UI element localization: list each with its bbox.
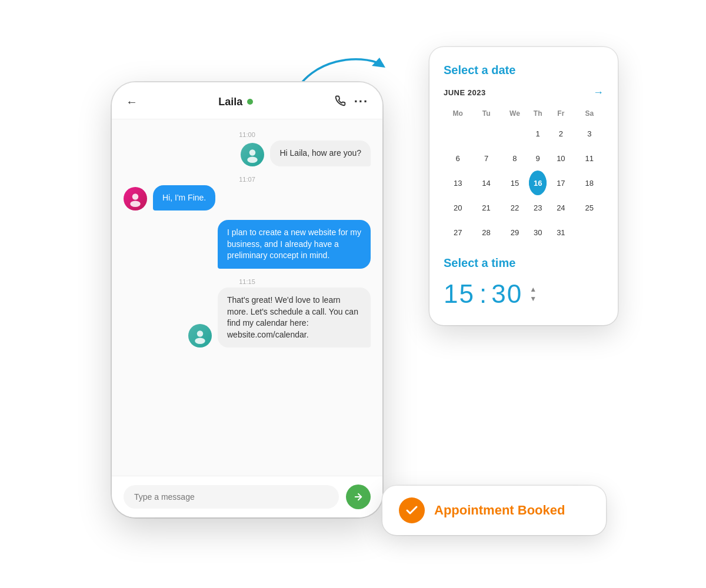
time-hours: 15: [444, 279, 475, 309]
chat-messages-area: 11:00 Hi Laila, how are you? 11:07: [112, 119, 382, 476]
appointment-booked-card: Appointment Booked: [382, 486, 606, 535]
user-avatar-2: [188, 324, 212, 348]
calendar-grid: Mo Tu We Th Fr Sa 1 2 3 6: [444, 106, 604, 245]
time-section: Select a time 15 : 30 ▲ ▼: [444, 256, 604, 309]
booked-icon: [399, 497, 425, 523]
cal-day-empty-last: [575, 220, 604, 245]
time-down-arrow[interactable]: ▼: [530, 295, 537, 302]
message-time-2: 11:07: [124, 176, 371, 183]
back-button[interactable]: ←: [126, 95, 138, 109]
cal-day-empty-3: [501, 121, 529, 146]
svg-point-3: [132, 193, 139, 200]
chat-input-bar: [112, 476, 382, 517]
svg-point-1: [249, 149, 256, 156]
cal-week-4: 20 21 22 23 24 25: [444, 195, 604, 220]
cal-day-3[interactable]: 3: [575, 121, 604, 146]
cal-day-14[interactable]: 14: [472, 171, 500, 195]
col-we: We: [501, 106, 529, 121]
message-group-2: 11:07 Hi, I'm Fine.: [124, 176, 371, 211]
calendar-card: Select a date JUNE 2023 → Mo Tu We Th Fr…: [429, 47, 618, 325]
cal-day-2[interactable]: 2: [547, 121, 575, 146]
select-time-title: Select a time: [444, 256, 604, 270]
cal-day-7[interactable]: 7: [472, 146, 500, 171]
cal-day-22[interactable]: 22: [501, 195, 529, 220]
svg-point-5: [197, 331, 204, 338]
calendar-month: JUNE 2023: [444, 88, 486, 97]
cal-day-17[interactable]: 17: [547, 171, 575, 195]
user-avatar-1: [241, 143, 264, 166]
header-actions: ···: [334, 94, 368, 109]
cal-day-8[interactable]: 8: [501, 146, 529, 171]
cal-day-31[interactable]: 31: [547, 220, 575, 245]
contact-name-area: Laila: [218, 96, 253, 108]
col-tu: Tu: [472, 106, 500, 121]
cal-day-18[interactable]: 18: [575, 171, 604, 195]
time-minutes: 30: [491, 279, 522, 309]
message-row-3: I plan to create a new website for my bu…: [124, 220, 371, 269]
cal-day-29[interactable]: 29: [501, 220, 529, 245]
col-sa: Sa: [575, 106, 604, 121]
col-mo: Mo: [444, 106, 472, 121]
scene: ← Laila ··· 11:00 Hi Laila, how are y: [88, 35, 618, 553]
svg-point-2: [248, 156, 258, 163]
svg-point-6: [195, 338, 205, 345]
time-separator: :: [479, 279, 487, 309]
cal-week-3: 13 14 15 16 17 18: [444, 171, 604, 195]
cal-day-30[interactable]: 30: [529, 220, 547, 245]
chat-header: ← Laila ···: [112, 82, 382, 119]
message-row-1: Hi Laila, how are you?: [124, 141, 371, 166]
cal-day-6[interactable]: 6: [444, 146, 472, 171]
cal-day-1[interactable]: 1: [529, 121, 547, 146]
cal-day-20[interactable]: 20: [444, 195, 472, 220]
message-time-4: 11:15: [124, 278, 371, 285]
cal-day-21[interactable]: 21: [472, 195, 500, 220]
message-bubble-3: I plan to create a new website for my bu…: [218, 220, 371, 269]
message-time-1: 11:00: [124, 131, 371, 138]
message-group-3: I plan to create a new website for my bu…: [124, 220, 371, 269]
time-up-arrow[interactable]: ▲: [530, 286, 537, 293]
cal-week-5: 27 28 29 30 31: [444, 220, 604, 245]
send-button[interactable]: [346, 485, 371, 509]
cal-week-1: 1 2 3: [444, 121, 604, 146]
cal-day-24[interactable]: 24: [547, 195, 575, 220]
svg-marker-0: [372, 58, 385, 68]
message-row-4: That's great! We'd love to learn more. L…: [124, 288, 371, 348]
svg-point-4: [130, 201, 141, 208]
cal-day-13[interactable]: 13: [444, 171, 472, 195]
next-month-button[interactable]: →: [593, 86, 604, 99]
select-date-title: Select a date: [444, 64, 604, 77]
contact-name: Laila: [218, 96, 242, 108]
cal-day-23[interactable]: 23: [529, 195, 547, 220]
calendar-nav: JUNE 2023 →: [444, 86, 604, 99]
message-input[interactable]: [124, 485, 339, 509]
cal-day-empty-1: [444, 121, 472, 146]
cal-day-28[interactable]: 28: [472, 220, 500, 245]
message-group-4: 11:15 That's great! We'd love to learn m…: [124, 278, 371, 348]
time-display: 15 : 30 ▲ ▼: [444, 279, 604, 309]
cal-day-25[interactable]: 25: [575, 195, 604, 220]
cal-day-27[interactable]: 27: [444, 220, 472, 245]
more-options-icon[interactable]: ···: [354, 94, 368, 109]
cal-day-16-selected[interactable]: 16: [529, 171, 547, 195]
message-group-1: 11:00 Hi Laila, how are you?: [124, 131, 371, 166]
laila-avatar: [124, 187, 147, 211]
message-bubble-2: Hi, I'm Fine.: [153, 185, 215, 211]
cal-day-10[interactable]: 10: [547, 146, 575, 171]
col-th: Th: [529, 106, 547, 121]
phone-icon[interactable]: [334, 95, 346, 109]
cal-day-empty-2: [472, 121, 500, 146]
col-fr: Fr: [547, 106, 575, 121]
message-bubble-1: Hi Laila, how are you?: [270, 141, 371, 166]
chat-phone: ← Laila ··· 11:00 Hi Laila, how are y: [112, 82, 382, 517]
cal-day-9[interactable]: 9: [529, 146, 547, 171]
time-stepper[interactable]: ▲ ▼: [530, 286, 537, 302]
online-indicator: [247, 99, 253, 105]
cal-day-15[interactable]: 15: [501, 171, 529, 195]
booked-label: Appointment Booked: [434, 503, 565, 518]
message-bubble-4: That's great! We'd love to learn more. L…: [218, 288, 371, 348]
message-row-2: Hi, I'm Fine.: [124, 185, 371, 211]
cal-week-2: 6 7 8 9 10 11: [444, 146, 604, 171]
cal-day-11[interactable]: 11: [575, 146, 604, 171]
